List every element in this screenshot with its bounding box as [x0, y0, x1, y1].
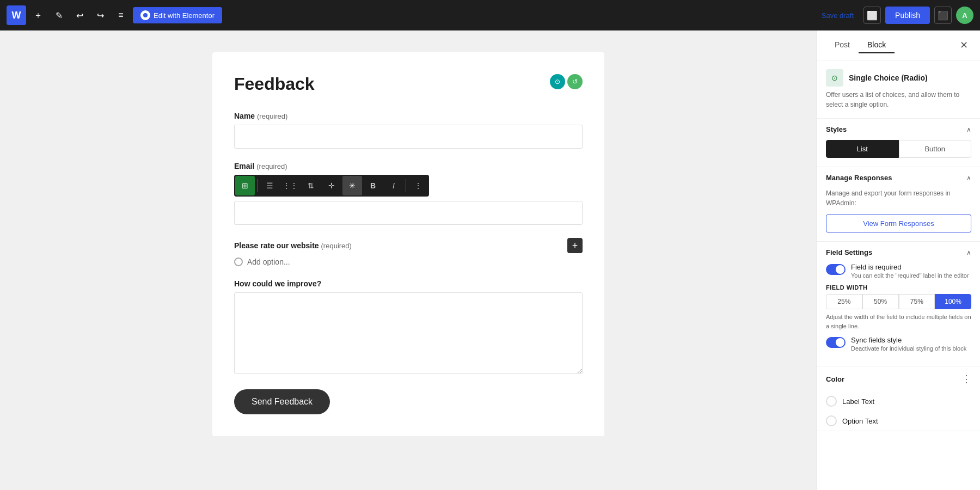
style-list-button[interactable]: List: [826, 140, 899, 158]
manage-description: Manage and export your form responses in…: [826, 188, 971, 208]
manage-chevron-icon: ∧: [966, 174, 971, 182]
styles-section-body: List Button: [817, 140, 980, 167]
width-buttons: 25% 50% 75% 100%: [826, 294, 971, 309]
add-block-button[interactable]: ＋: [29, 7, 47, 24]
toolbar-list-button[interactable]: ☰: [260, 176, 279, 195]
edit-with-elementor-button[interactable]: Edit with Elementor: [133, 7, 222, 23]
sync-toggle[interactable]: [826, 337, 846, 348]
width-25-button[interactable]: 25%: [826, 294, 862, 309]
option-color-swatch[interactable]: [826, 415, 837, 426]
radio-option-placeholder: Add option...: [234, 258, 583, 266]
sidebar: Post Block ✕ ⊙ Single Choice (Radio) Off…: [817, 30, 980, 490]
width-description: Adjust the width of the field to include…: [826, 313, 971, 330]
topbar: W ＋ ✎ ↩ ↪ ≡ Edit with Elementor Save dra…: [0, 0, 980, 30]
sidebar-close-button[interactable]: ✕: [956, 38, 971, 53]
improve-textarea[interactable]: [234, 292, 583, 374]
form-container: ⊙ ↺ Feedback Name (required) Email (requ…: [212, 52, 604, 436]
block-toolbar: ⊞ ☰ ⋮⋮ ⇅ ✛ ✳ B I ⋮: [234, 175, 429, 197]
email-input[interactable]: [234, 201, 583, 225]
improve-label: How could we improve?: [234, 279, 583, 288]
topbar-right: Save draft ⬜ Publish ⬛ A: [816, 7, 973, 24]
edit-brush-button[interactable]: ✎: [50, 7, 68, 24]
improve-field-group: How could we improve?: [234, 279, 583, 376]
view-icon-button[interactable]: ⬜: [863, 7, 881, 24]
width-50-button[interactable]: 50%: [862, 294, 899, 309]
menu-button[interactable]: ≡: [112, 7, 130, 24]
form-icon-green: ↺: [567, 74, 583, 89]
editor-area: ⊙ ↺ Feedback Name (required) Email (requ…: [0, 30, 817, 490]
block-info-header: ⊙ Single Choice (Radio): [826, 69, 971, 87]
email-required-text: (required): [256, 162, 287, 170]
rate-required-text: (required): [321, 242, 352, 250]
color-section-header: Color ⋮: [817, 366, 980, 391]
wp-logo-icon[interactable]: W: [7, 5, 26, 25]
toolbar-grid-button[interactable]: ⋮⋮: [280, 176, 300, 195]
field-required-label: Field is required: [851, 263, 969, 271]
color-label-text-label: Label Text: [842, 397, 874, 406]
save-draft-button[interactable]: Save draft: [816, 8, 859, 23]
add-option-button[interactable]: +: [567, 238, 583, 253]
color-option-text-label: Option Text: [842, 417, 878, 425]
rate-field-group: Please rate our website (required) + Add…: [234, 238, 583, 266]
toolbar-separator-1: [257, 179, 258, 192]
field-settings-title: Field Settings: [826, 248, 872, 256]
sidebar-header: Post Block ✕: [817, 30, 980, 60]
toolbar-form-icon-button[interactable]: ⊞: [235, 176, 255, 195]
style-buttons: List Button: [826, 140, 971, 158]
sync-toggle-row: Sync fields style Deactivate for individ…: [826, 336, 971, 352]
email-field-group: Email (required) ⊞ ☰ ⋮⋮ ⇅ ✛ ✳ B I ⋮: [234, 162, 583, 225]
color-more-button[interactable]: ⋮: [961, 373, 971, 385]
color-label-text-row: Label Text: [817, 391, 980, 411]
rate-label-text: Please rate our website: [234, 241, 319, 250]
rate-label: Please rate our website (required): [234, 241, 352, 250]
field-settings-header[interactable]: Field Settings ∧: [817, 242, 980, 263]
block-info: ⊙ Single Choice (Radio) Offer users a li…: [817, 60, 980, 119]
publish-button[interactable]: Publish: [885, 7, 930, 24]
tab-post[interactable]: Post: [826, 37, 859, 53]
block-type-icon: ⊙: [826, 69, 843, 87]
label-color-swatch[interactable]: [826, 396, 837, 407]
submit-button[interactable]: Send Feedback: [234, 389, 330, 414]
elementor-dot-icon: [140, 10, 150, 20]
view-form-responses-button[interactable]: View Form Responses: [826, 215, 971, 232]
radio-placeholder-text: Add option...: [247, 258, 290, 266]
toolbar-separator-2: [406, 179, 406, 192]
toolbar-move-button[interactable]: ✛: [322, 176, 341, 195]
toolbar-more-button[interactable]: ⋮: [408, 176, 428, 195]
field-settings-chevron-icon: ∧: [966, 249, 971, 256]
styles-section-header[interactable]: Styles ∧: [817, 119, 980, 140]
radio-circle-icon: [234, 258, 243, 266]
sync-toggle-knob: [836, 338, 844, 347]
sidebar-content: ⊙ Single Choice (Radio) Offer users a li…: [817, 60, 980, 490]
main-layout: ⊙ ↺ Feedback Name (required) Email (requ…: [0, 30, 980, 490]
sync-sublabel: Deactivate for individual styling of thi…: [851, 345, 966, 352]
avatar-button[interactable]: A: [956, 7, 973, 24]
name-label-text: Name: [234, 112, 255, 120]
manage-responses-header[interactable]: Manage Responses ∧: [817, 167, 980, 188]
form-title: Feedback: [234, 74, 583, 94]
style-button-button[interactable]: Button: [899, 140, 972, 158]
toolbar-bold-button[interactable]: B: [363, 176, 383, 195]
color-option-text-row: Option Text: [817, 411, 980, 431]
toolbar-italic-button[interactable]: I: [384, 176, 403, 195]
topbar-left: W ＋ ✎ ↩ ↪ ≡ Edit with Elementor: [7, 5, 222, 25]
toolbar-asterisk-button[interactable]: ✳: [342, 176, 362, 195]
width-75-button[interactable]: 75%: [899, 294, 935, 309]
color-section: Color ⋮ Label Text Option Text: [817, 366, 980, 431]
redo-button[interactable]: ↪: [91, 7, 109, 24]
name-input[interactable]: [234, 125, 583, 149]
toggle-knob: [836, 265, 844, 274]
block-type-title: Single Choice (Radio): [849, 74, 928, 82]
layout-toggle-button[interactable]: ⬛: [934, 7, 952, 24]
toolbar-arrows-button[interactable]: ⇅: [301, 176, 321, 195]
color-section-title: Color: [826, 375, 844, 383]
undo-button[interactable]: ↩: [71, 7, 88, 24]
field-settings-body: Field is required You can edit the "requ…: [817, 263, 980, 366]
field-required-toggle[interactable]: [826, 264, 846, 275]
styles-chevron-icon: ∧: [966, 126, 971, 133]
elementor-button-label: Edit with Elementor: [154, 11, 215, 20]
sync-text-group: Sync fields style Deactivate for individ…: [851, 336, 966, 352]
width-100-button[interactable]: 100%: [935, 294, 971, 309]
email-label-text: Email: [234, 162, 254, 170]
tab-block[interactable]: Block: [859, 37, 895, 53]
